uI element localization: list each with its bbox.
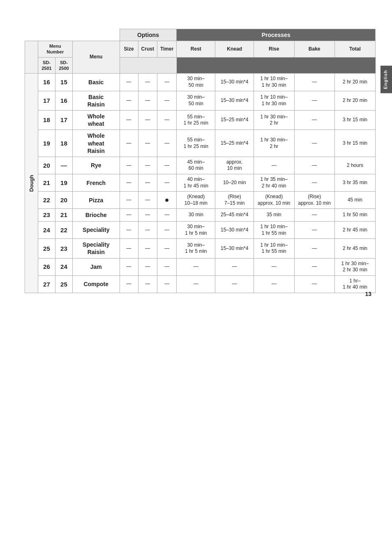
crust-cell: — bbox=[138, 110, 157, 130]
table-row: 2624Jam———————1 hr 30 min– 2 hr 30 min bbox=[25, 258, 376, 275]
english-tab: English bbox=[380, 66, 392, 93]
sd2501-num: 16 bbox=[38, 74, 55, 91]
dough-label-cell: Dough bbox=[25, 74, 38, 293]
size-col-header: Size bbox=[120, 41, 138, 58]
menu-name: Basic bbox=[72, 74, 120, 91]
rest-cell: — bbox=[177, 275, 215, 293]
knead-cell: 25–45 min*4 bbox=[215, 209, 254, 222]
table-row: 2321Brioche———30 min25–45 min*435 min—1 … bbox=[25, 209, 376, 222]
bake-col-header: Bake bbox=[294, 41, 334, 58]
bake-cell: (Rise) approx. 10 min bbox=[294, 192, 334, 209]
total-cell: 2 hr 20 min bbox=[334, 91, 375, 110]
sd2500-num: 19 bbox=[55, 174, 72, 192]
page-wrapper: English Options Processes Menu Number Me… bbox=[0, 0, 392, 310]
crust-cell: — bbox=[138, 74, 157, 91]
rise-cell: 1 hr 10 min– 1 hr 30 min bbox=[254, 91, 294, 110]
total-cell: 2 hours bbox=[334, 157, 375, 174]
sd2500-num: 20 bbox=[55, 192, 72, 209]
rest-cell: 30 min– 50 min bbox=[177, 91, 215, 110]
rest-cell: 40 min– 1 hr 45 min bbox=[177, 174, 215, 192]
bake-cell: — bbox=[294, 74, 334, 91]
crust-cell: — bbox=[138, 209, 157, 222]
sd2500-num: 24 bbox=[55, 258, 72, 275]
sd2500-num: 15 bbox=[55, 74, 72, 91]
knead-cell: — bbox=[215, 258, 254, 275]
crust-cell: — bbox=[138, 192, 157, 209]
rise-cell: — bbox=[254, 258, 294, 275]
page-number: 13 bbox=[365, 291, 371, 297]
timer-col-header: Timer bbox=[157, 41, 176, 58]
total-cell: 3 hr 15 min bbox=[334, 110, 375, 130]
knead-col-header: Knead bbox=[215, 41, 254, 58]
sd2501-num: 26 bbox=[38, 258, 55, 275]
menu-name: Jam bbox=[72, 258, 120, 275]
size-cell: — bbox=[120, 74, 138, 91]
menu-name: Speciality bbox=[72, 221, 120, 238]
knead-cell: — bbox=[215, 275, 254, 293]
table-row: 1918Whole wheat Raisin———55 min– 1 hr 25… bbox=[25, 130, 376, 157]
size-cell: — bbox=[120, 110, 138, 130]
size-cell: — bbox=[120, 258, 138, 275]
sd2501-num: 17 bbox=[38, 91, 55, 110]
bake-cell: — bbox=[294, 221, 334, 238]
rest-col-header: Rest bbox=[177, 41, 215, 58]
table-row: 2220Pizza——●(Knead) 10–18 min(Rise) 7–15… bbox=[25, 192, 376, 209]
sd2501-num: 27 bbox=[38, 275, 55, 293]
table-row: 2119French———40 min– 1 hr 45 min10–20 mi… bbox=[25, 174, 376, 192]
rest-cell: 55 min– 1 hr 25 min bbox=[177, 110, 215, 130]
size-cell: — bbox=[120, 130, 138, 157]
timer-cell: — bbox=[157, 110, 176, 130]
bake-cell: — bbox=[294, 239, 334, 258]
timer-cell: — bbox=[157, 221, 176, 238]
rise-cell: 1 hr 10 min– 1 hr 30 min bbox=[254, 74, 294, 91]
sd2500-header: SD-2500 bbox=[55, 57, 72, 74]
size-cell: — bbox=[120, 209, 138, 222]
sd2501-num: 22 bbox=[38, 192, 55, 209]
total-cell: 2 hr 45 min bbox=[334, 239, 375, 258]
options-header: Options bbox=[120, 29, 177, 41]
timer-cell: — bbox=[157, 239, 176, 258]
knead-cell: 15–30 min*4 bbox=[215, 239, 254, 258]
bake-cell: — bbox=[294, 174, 334, 192]
rise-cell: 1 hr 30 min– 2 hr bbox=[254, 130, 294, 157]
rest-cell: 30 min bbox=[177, 209, 215, 222]
knead-cell: (Rise) 7–15 min bbox=[215, 192, 254, 209]
total-col-header: Total bbox=[334, 41, 375, 58]
size-cell: — bbox=[120, 157, 138, 174]
rest-cell: 55 min– 1 hr 25 min bbox=[177, 130, 215, 157]
rise-cell: 1 hr 10 min– 1 hr 55 min bbox=[254, 239, 294, 258]
bake-cell: — bbox=[294, 110, 334, 130]
knead-cell: 15–30 min*4 bbox=[215, 74, 254, 91]
rest-cell: 30 min– 1 hr 5 min bbox=[177, 239, 215, 258]
sd2500-num: 25 bbox=[55, 275, 72, 293]
knead-cell: 15–30 min*4 bbox=[215, 221, 254, 238]
crust-cell: — bbox=[138, 91, 157, 110]
table-row: 20—Rye———45 min– 60 minapprox. 10 min——2… bbox=[25, 157, 376, 174]
crust-cell: — bbox=[138, 174, 157, 192]
rest-cell: 45 min– 60 min bbox=[177, 157, 215, 174]
sd2501-header: SD-2501 bbox=[38, 57, 55, 74]
knead-cell: 10–20 min bbox=[215, 174, 254, 192]
rise-cell: — bbox=[254, 275, 294, 293]
table-row: 2725Compote———————1 hr– 1 hr 40 min bbox=[25, 275, 376, 293]
menu-name: Pizza bbox=[72, 192, 120, 209]
crust-cell: — bbox=[138, 275, 157, 293]
rise-cell: 1 hr 10 min– 1 hr 55 min bbox=[254, 221, 294, 238]
processes-header: Processes bbox=[177, 29, 376, 41]
timer-cell: — bbox=[157, 74, 176, 91]
total-cell: 2 hr 45 min bbox=[334, 221, 375, 238]
total-cell: 1 hr 50 min bbox=[334, 209, 375, 222]
crust-cell: — bbox=[138, 221, 157, 238]
rest-cell: (Knead) 10–18 min bbox=[177, 192, 215, 209]
rest-cell: 30 min– 1 hr 5 min bbox=[177, 221, 215, 238]
timer-cell: ● bbox=[157, 192, 176, 209]
rise-cell: (Knead) approx. 10 min bbox=[254, 192, 294, 209]
table-row: Dough1615Basic———30 min– 50 min15–30 min… bbox=[25, 74, 376, 91]
sd2500-num: 18 bbox=[55, 130, 72, 157]
timer-cell: — bbox=[157, 174, 176, 192]
menu-name: Whole wheat Raisin bbox=[72, 130, 120, 157]
sd2501-num: 23 bbox=[38, 209, 55, 222]
knead-cell: approx. 10 min bbox=[215, 157, 254, 174]
menu-name: Rye bbox=[72, 157, 120, 174]
main-table: Options Processes Menu Number Menu Size … bbox=[25, 29, 376, 293]
